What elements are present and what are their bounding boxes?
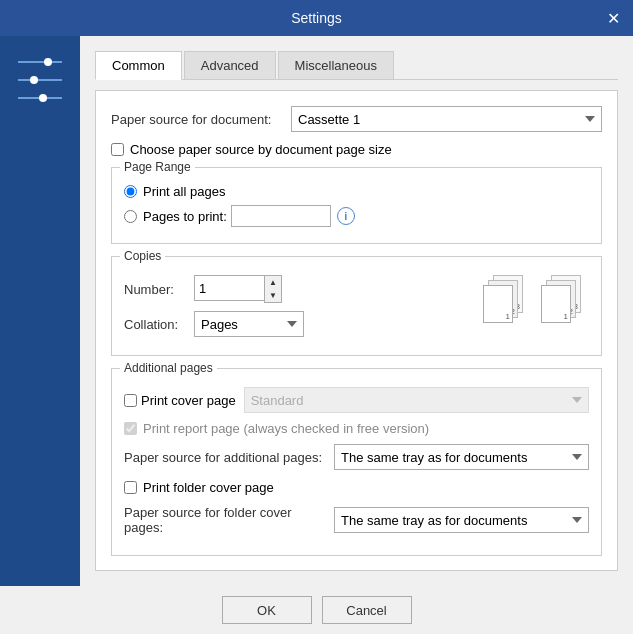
paper-source-label: Paper source for document: bbox=[111, 112, 291, 127]
folder-cover-row: Print folder cover page bbox=[124, 480, 589, 495]
pages-to-print-input[interactable] bbox=[231, 205, 331, 227]
collation-icon-1: 3 2 1 bbox=[483, 275, 531, 327]
pages-to-print-label: Pages to print: bbox=[143, 209, 227, 224]
spinner-buttons: ▲ ▼ bbox=[264, 275, 282, 303]
pages-to-print-radio[interactable] bbox=[124, 210, 137, 223]
tabs: Common Advanced Miscellaneous bbox=[95, 51, 618, 80]
report-page-checkbox[interactable] bbox=[124, 422, 137, 435]
spinner-up[interactable]: ▲ bbox=[265, 276, 281, 289]
sliders-icon bbox=[18, 56, 62, 104]
dialog-footer: OK Cancel bbox=[0, 586, 633, 634]
info-icon[interactable]: i bbox=[337, 207, 355, 225]
collation-icon-2: 3 2 1 bbox=[541, 275, 589, 327]
additional-pages-title: Additional pages bbox=[120, 361, 217, 375]
page-range-group: Page Range Print all pages Pages to prin… bbox=[111, 167, 602, 244]
cover-page-select[interactable]: Standard Custom bbox=[244, 387, 589, 413]
main-panel: Paper source for document: Cassette 1 Ca… bbox=[95, 90, 618, 571]
cover-page-label: Print cover page bbox=[141, 393, 236, 408]
pages-to-print-row: Pages to print: i bbox=[124, 205, 589, 227]
choose-paper-source-checkbox[interactable] bbox=[111, 143, 124, 156]
page-range-title: Page Range bbox=[120, 160, 195, 174]
title-bar: Settings ✕ bbox=[0, 0, 633, 36]
collation-row: Collation: Pages Copies bbox=[124, 311, 463, 337]
number-row: Number: ▲ ▼ bbox=[124, 275, 463, 303]
cover-page-row: Print cover page Standard Custom bbox=[124, 387, 589, 413]
paper-source-select[interactable]: Cassette 1 Cassette 2 Manual Feed bbox=[291, 106, 602, 132]
additional-pages-group: Additional pages Print cover page Standa… bbox=[111, 368, 602, 556]
slider-row-3 bbox=[18, 92, 62, 104]
copies-title: Copies bbox=[120, 249, 165, 263]
folder-source-label: Paper source for folder cover pages: bbox=[124, 505, 334, 535]
copies-fields: Number: ▲ ▼ Collation: bbox=[124, 275, 463, 345]
collation-label: Collation: bbox=[124, 317, 194, 332]
folder-cover-label: Print folder cover page bbox=[143, 480, 274, 495]
additional-source-select[interactable]: The same tray as for documents Cassette … bbox=[334, 444, 589, 470]
folder-cover-checkbox[interactable] bbox=[124, 481, 137, 494]
additional-source-label: Paper source for additional pages: bbox=[124, 450, 334, 465]
folder-source-row: Paper source for folder cover pages: The… bbox=[124, 505, 589, 535]
print-all-pages-row: Print all pages bbox=[124, 184, 589, 199]
copies-group: Copies Number: ▲ ▼ bbox=[111, 256, 602, 356]
paper-source-row: Paper source for document: Cassette 1 Ca… bbox=[111, 106, 602, 132]
dialog-title: Settings bbox=[291, 10, 342, 26]
number-input-wrap: ▲ ▼ bbox=[194, 275, 282, 303]
cancel-button[interactable]: Cancel bbox=[322, 596, 412, 624]
tab-advanced[interactable]: Advanced bbox=[184, 51, 276, 79]
report-page-row: Print report page (always checked in fre… bbox=[124, 421, 589, 436]
choose-paper-source-row: Choose paper source by document page siz… bbox=[111, 142, 602, 157]
ok-button[interactable]: OK bbox=[222, 596, 312, 624]
additional-source-row: Paper source for additional pages: The s… bbox=[124, 444, 589, 470]
spinner-down[interactable]: ▼ bbox=[265, 289, 281, 302]
sidebar bbox=[0, 36, 80, 586]
number-label: Number: bbox=[124, 282, 194, 297]
slider-row-1 bbox=[18, 56, 62, 68]
tab-miscellaneous[interactable]: Miscellaneous bbox=[278, 51, 394, 79]
slider-row-2 bbox=[18, 74, 62, 86]
content-area: Common Advanced Miscellaneous Paper sour… bbox=[80, 36, 633, 586]
folder-source-select[interactable]: The same tray as for documents Cassette … bbox=[334, 507, 589, 533]
print-all-pages-label: Print all pages bbox=[143, 184, 225, 199]
tab-common[interactable]: Common bbox=[95, 51, 182, 80]
report-page-label: Print report page (always checked in fre… bbox=[143, 421, 429, 436]
print-all-pages-radio[interactable] bbox=[124, 185, 137, 198]
cover-page-checkbox[interactable] bbox=[124, 394, 137, 407]
collation-select[interactable]: Pages Copies bbox=[194, 311, 304, 337]
number-input[interactable] bbox=[194, 275, 264, 301]
close-button[interactable]: ✕ bbox=[601, 6, 625, 30]
collation-icons: 3 2 1 bbox=[483, 275, 589, 327]
choose-paper-source-label: Choose paper source by document page siz… bbox=[130, 142, 392, 157]
